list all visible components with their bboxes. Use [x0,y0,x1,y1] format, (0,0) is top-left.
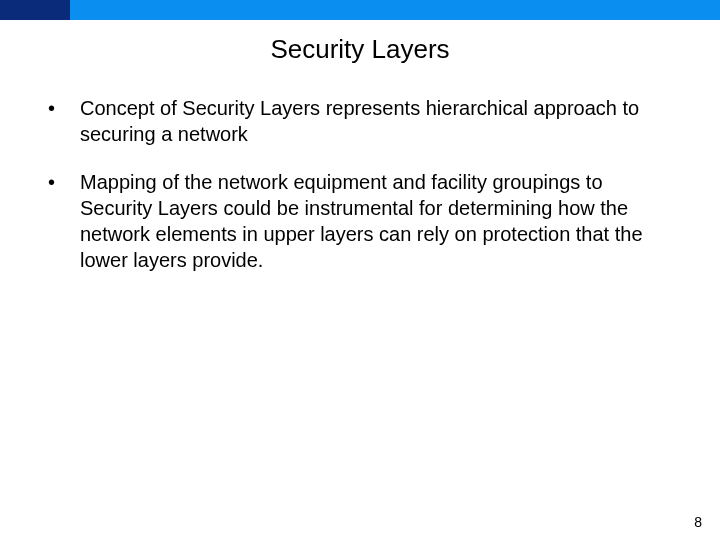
bullet-item: • Mapping of the network equipment and f… [44,169,676,273]
bullet-text: Concept of Security Layers represents hi… [80,95,676,147]
slide-content: • Concept of Security Layers represents … [0,95,720,273]
bullet-marker: • [44,95,80,147]
bullet-item: • Concept of Security Layers represents … [44,95,676,147]
page-number: 8 [694,514,702,530]
bullet-marker: • [44,169,80,273]
bullet-text: Mapping of the network equipment and fac… [80,169,676,273]
header-bar [0,0,720,20]
header-bar-dark [0,0,70,20]
slide-title: Security Layers [0,34,720,65]
header-bar-light [70,0,720,20]
